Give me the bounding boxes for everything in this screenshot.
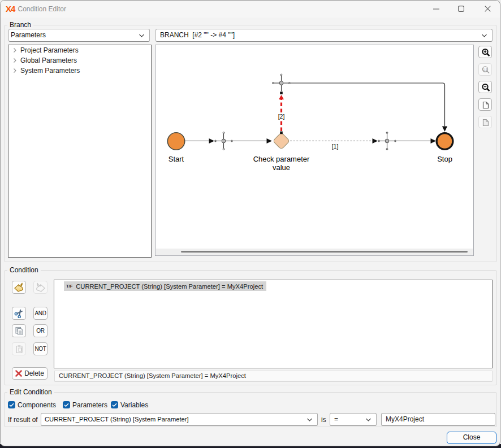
svg-text:[2]: [2]	[278, 113, 285, 120]
svg-text:Start: Start	[169, 155, 184, 163]
svg-text:1:1: 1:1	[483, 68, 487, 71]
svg-text:Check parameter: Check parameter	[253, 155, 310, 163]
svg-text:Stop: Stop	[437, 155, 452, 163]
svg-text:[1]: [1]	[332, 143, 339, 150]
svg-text:value: value	[273, 163, 290, 172]
